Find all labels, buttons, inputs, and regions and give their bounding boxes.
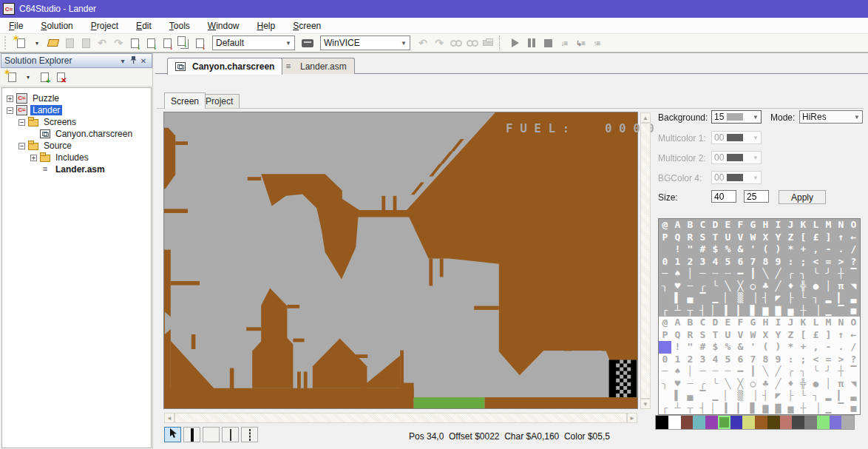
palette-color-15[interactable] [841, 416, 854, 429]
charset-cell[interactable]: O [847, 317, 860, 329]
sidebar-item-includes[interactable]: +Includes [2, 152, 151, 163]
pause-icon[interactable] [523, 35, 540, 51]
charset-cell[interactable]: . [835, 341, 847, 354]
charset-cell[interactable]: ╯ [822, 365, 835, 378]
charset-cell[interactable]: ╱ [772, 378, 784, 391]
step-over-icon[interactable]: ↳≡ [572, 35, 589, 51]
fill-tool-button[interactable] [222, 427, 239, 442]
charset-cell[interactable]: : [784, 354, 797, 366]
palette-color-2[interactable] [681, 416, 694, 429]
charset-cell[interactable]: ( [759, 341, 772, 354]
charset-cell[interactable]: ┤ [759, 292, 772, 305]
charset-cell[interactable]: ╰ [709, 280, 722, 293]
charset-cell[interactable]: - [822, 341, 835, 354]
palette-color-11[interactable] [792, 416, 804, 429]
charset-cell[interactable]: ■ [847, 305, 860, 317]
charset-cell[interactable] [659, 341, 671, 354]
mode-dropdown[interactable]: HiRes ▼ [799, 110, 863, 124]
menu-file[interactable]: File [0, 19, 32, 33]
charset-cell[interactable]: , [810, 341, 822, 354]
charset-cell[interactable]: 5 [722, 256, 734, 269]
charset-cell[interactable]: U [722, 329, 734, 342]
charset-cell[interactable]: ▁ [822, 305, 835, 317]
compile-icon[interactable]: ↓ [126, 35, 143, 51]
charset-cell[interactable]: N [835, 219, 847, 232]
charset-cell[interactable]: ▕ [810, 402, 822, 415]
charset-cell[interactable]: ● [810, 280, 822, 293]
charset-cell[interactable]: < [810, 256, 822, 269]
charset-cell[interactable]: L [810, 317, 822, 329]
palette-color-13[interactable] [817, 416, 830, 429]
tab-lander-asm[interactable]: ≡ Lander.asm [275, 58, 355, 74]
bgcolor4-dropdown[interactable]: 00 ▼ [711, 171, 762, 184]
charset-cell[interactable]: ┴ [671, 402, 684, 415]
menu-screen[interactable]: Screen [284, 19, 330, 33]
charset-cell[interactable]: 1 [671, 354, 684, 366]
charset-cell[interactable]: ▄ [684, 292, 696, 305]
charset-cell[interactable]: ▍ [722, 402, 734, 415]
sidebar-item-canyon-charscreen[interactable]: Canyon.charscreen [2, 128, 151, 140]
step-out-icon[interactable]: ↑≡ [589, 35, 605, 51]
charset-cell[interactable]: ▇ [772, 305, 784, 317]
charset-cell[interactable]: ┃ [747, 268, 759, 280]
charset-cell[interactable]: ╲ [722, 280, 734, 293]
charset-cell[interactable]: £ [810, 232, 822, 244]
charset-cell[interactable]: ▔ [696, 390, 709, 402]
charset-cell[interactable]: ╮ [797, 365, 810, 378]
apply-button[interactable]: Apply [779, 190, 826, 204]
expand-icon[interactable]: + [7, 95, 13, 102]
charset-cell[interactable]: ▅ [784, 402, 797, 415]
charset-cell[interactable]: ╰ [810, 365, 822, 378]
charset-cell[interactable]: R [684, 329, 696, 342]
charset-cell[interactable]: # [696, 341, 709, 354]
charset-cell[interactable]: ← [847, 329, 860, 342]
charset-cell[interactable]: ◥ [847, 280, 860, 293]
charset-cell[interactable]: ▕ [747, 292, 759, 305]
charset-cell[interactable]: ↑ [835, 329, 847, 342]
charset-cell[interactable]: ▔ [835, 305, 847, 317]
charset-cell[interactable]: ╱ [772, 268, 784, 280]
charset-cell[interactable]: ▎ [734, 402, 747, 415]
charset-cell[interactable]: 3 [696, 256, 709, 269]
charset-cell[interactable]: ▔ [847, 365, 860, 378]
charset-cell[interactable]: ◤ [772, 292, 784, 305]
charset-cell[interactable]: ╭ [784, 268, 797, 280]
add-item-icon[interactable]: + [36, 70, 52, 86]
charset-cell[interactable]: > [835, 354, 847, 366]
charset-cell[interactable]: ┃ [747, 365, 759, 378]
charset-cell[interactable]: + [797, 243, 810, 256]
charset-cell[interactable]: ┼ [835, 365, 847, 378]
scroll-right-arrow[interactable]: ► [627, 413, 637, 423]
charset-cell[interactable]: 5 [722, 354, 734, 366]
charset-cell[interactable]: │ [822, 378, 835, 391]
charset-cell[interactable]: π [835, 378, 847, 391]
debug-icon[interactable]: ↓ [191, 35, 208, 51]
charset-cell[interactable]: V [734, 329, 747, 342]
charset-cell[interactable]: ▆ [759, 402, 772, 415]
charset-cell[interactable]: ╰ [810, 268, 822, 280]
charset-cell[interactable]: ) [772, 243, 784, 256]
selection-tool-button[interactable] [241, 427, 258, 442]
charset-cell[interactable]: ▏ [709, 402, 722, 415]
charset-cell[interactable]: * [784, 341, 797, 354]
charset-cell[interactable]: ♠ [671, 365, 684, 378]
charset-cell[interactable]: $ [709, 341, 722, 354]
charset-cell[interactable]: ▏ [722, 292, 734, 305]
palette-color-12[interactable] [804, 416, 817, 429]
charset-cell[interactable]: / [847, 341, 860, 354]
charset-cell[interactable]: ! [671, 243, 684, 256]
remove-item-icon[interactable]: ✕ [52, 70, 69, 86]
charset-cell[interactable]: B [684, 317, 696, 329]
charset-cell[interactable]: U [722, 232, 734, 244]
palette-color-8[interactable] [755, 416, 767, 429]
charset-cell[interactable]: : [784, 256, 797, 269]
disk-drive-icon[interactable] [299, 35, 316, 51]
charset-cell[interactable]: ┬ [684, 402, 696, 415]
charset-cell[interactable]: ; [797, 256, 810, 269]
charset-cell[interactable]: 6 [734, 354, 747, 366]
charset-cell[interactable]: ┼ [835, 268, 847, 280]
charset-cell[interactable]: = [822, 256, 835, 269]
select-tool-button[interactable] [164, 427, 181, 442]
charset-cell[interactable]: T [709, 232, 722, 244]
run-icon[interactable] [507, 35, 523, 51]
